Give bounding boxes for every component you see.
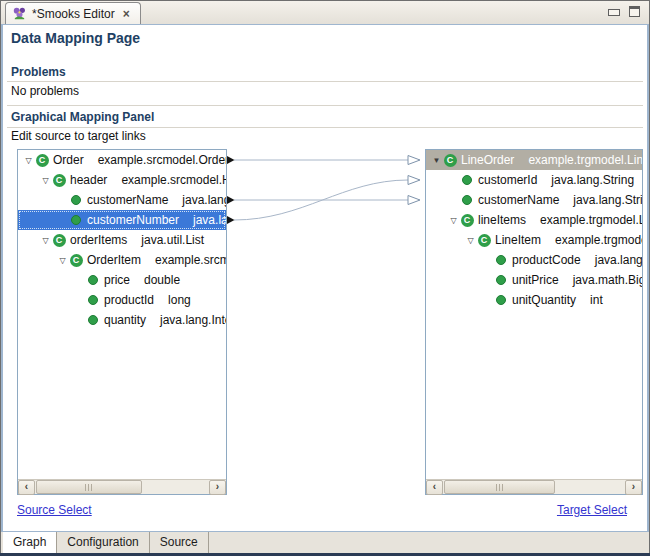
mapping-customerName-to-customerName[interactable] [227, 196, 420, 205]
smooks-editor-window: *Smooks Editor × Data Mapping Page Probl… [0, 0, 650, 554]
node-type: example.trgmodel.LineItem [540, 213, 642, 227]
view-controls [608, 6, 640, 17]
class-icon: C [52, 234, 66, 247]
scrollbar-track[interactable] [443, 480, 625, 494]
node-type: example.trgmodel.LineOrder [528, 153, 642, 167]
expand-arrow-icon[interactable]: ▽ [39, 176, 52, 185]
node-name: customerId [478, 173, 537, 187]
class-icon: C [52, 174, 66, 187]
class-icon: C [443, 154, 457, 167]
expand-arrow-icon[interactable]: ▼ [430, 156, 443, 165]
tab-configuration[interactable]: Configuration [57, 532, 149, 554]
target-tree: ▼CLineOrderexample.trgmodel.LineOrdercus… [426, 150, 642, 479]
scrollbar-thumb[interactable] [444, 480, 555, 494]
node-name: header [70, 173, 107, 187]
field-icon [69, 215, 83, 225]
scrollbar-thumb[interactable] [36, 480, 142, 494]
tree-node-LineItem[interactable]: ▽CLineItemexample.trgmodel.LineItem [426, 230, 642, 250]
field-icon [86, 275, 100, 285]
source-horizontal-scrollbar[interactable]: ‹ › [18, 479, 226, 494]
scroll-right-icon[interactable]: › [625, 480, 642, 495]
field-icon [86, 315, 100, 325]
close-icon[interactable]: × [123, 7, 130, 21]
mapping-customerNumber-to-customerId[interactable] [227, 176, 420, 225]
node-type: java.lang.String [551, 173, 634, 187]
node-type: java.lang.Integer [160, 313, 226, 327]
target-select-link[interactable]: Target Select [557, 503, 627, 517]
mapping-Order-to-LineOrder[interactable] [227, 156, 420, 165]
field-icon [69, 195, 83, 205]
node-name: OrderItem [87, 253, 141, 267]
data-mapping-form: Data Mapping Page Problems No problems G… [1, 24, 649, 531]
tree-node-Order[interactable]: ▽COrderexample.srcmodel.Order [18, 150, 226, 170]
expand-arrow-icon[interactable]: ▽ [22, 156, 35, 165]
expand-arrow-icon[interactable]: ▽ [39, 236, 52, 245]
tree-node-header[interactable]: ▽Cheaderexample.srcmodel.Header [18, 170, 226, 190]
node-name: orderItems [70, 233, 127, 247]
tree-node-customerNumber[interactable]: customerNumberjava.lang.String [18, 210, 226, 230]
tree-node-price[interactable]: pricedouble [18, 270, 226, 290]
expand-arrow-icon[interactable]: ▽ [447, 216, 460, 225]
node-name: productCode [512, 253, 581, 267]
node-name: customerName [87, 193, 168, 207]
tree-node-customerName[interactable]: customerNamejava.lang.String [426, 190, 642, 210]
node-type: java.lang.String [193, 213, 226, 227]
node-type: int [590, 293, 603, 307]
tree-node-lineItems[interactable]: ▽ClineItemsexample.trgmodel.LineItem [426, 210, 642, 230]
node-type: example.trgmodel.LineItem [555, 233, 642, 247]
tree-node-quantity[interactable]: quantityjava.lang.Integer [18, 310, 226, 330]
problems-section-header: Problems [11, 65, 66, 79]
expand-arrow-icon[interactable]: ▽ [464, 236, 477, 245]
minimize-view-icon[interactable] [608, 9, 620, 16]
node-type: example.srcmodel.OrderItem [155, 253, 226, 267]
mapping-line[interactable] [234, 180, 408, 220]
node-name: unitPrice [512, 273, 559, 287]
tree-node-customerId[interactable]: customerIdjava.lang.String [426, 170, 642, 190]
source-tree-panel: ▽COrderexample.srcmodel.Order▽Cheaderexa… [17, 149, 227, 495]
tab-graph[interactable]: Graph [3, 532, 57, 554]
tree-node-customerName[interactable]: customerNamejava.lang.String [18, 190, 226, 210]
tree-node-orderItems[interactable]: ▽CorderItemsjava.util.List [18, 230, 226, 250]
target-arrow-icon [408, 196, 420, 205]
node-name: lineItems [478, 213, 526, 227]
source-arrow-icon [227, 156, 235, 164]
editor-tab-smooks[interactable]: *Smooks Editor × [5, 2, 141, 24]
scroll-right-icon[interactable]: › [209, 480, 226, 495]
field-icon [86, 295, 100, 305]
node-type: java.math.BigDecimal [573, 273, 642, 287]
mapping-subtitle: Edit source to target links [11, 129, 146, 143]
scrollbar-grip-icon [85, 484, 93, 491]
separator [7, 81, 643, 82]
scroll-left-icon[interactable]: ‹ [426, 480, 443, 495]
scrollbar-track[interactable] [35, 480, 209, 494]
graphical-mapping-header: Graphical Mapping Panel [11, 110, 154, 124]
tab-source[interactable]: Source [150, 532, 209, 554]
node-name: LineItem [495, 233, 541, 247]
tree-node-productCode[interactable]: productCodejava.lang.String [426, 250, 642, 270]
node-type: java.util.List [141, 233, 204, 247]
separator [7, 127, 643, 128]
tree-node-OrderItem[interactable]: ▽COrderItemexample.srcmodel.OrderItem [18, 250, 226, 270]
target-arrow-icon [408, 156, 420, 165]
source-select-link[interactable]: Source Select [17, 503, 92, 517]
tree-node-unitQuantity[interactable]: unitQuantityint [426, 290, 642, 310]
field-icon [494, 275, 508, 285]
tree-node-unitPrice[interactable]: unitPricejava.math.BigDecimal [426, 270, 642, 290]
maximize-view-icon[interactable] [629, 6, 640, 17]
tree-node-productId[interactable]: productIdlong [18, 290, 226, 310]
page-title: Data Mapping Page [11, 30, 140, 46]
editor-tab-bar: *Smooks Editor × [1, 1, 649, 24]
scrollbar-grip-icon [496, 484, 504, 491]
node-type: java.lang.String [573, 193, 642, 207]
node-type: example.srcmodel.Header [121, 173, 226, 187]
target-arrow-icon [408, 176, 420, 185]
tree-node-LineOrder[interactable]: ▼CLineOrderexample.trgmodel.LineOrder [426, 150, 642, 170]
scroll-left-icon[interactable]: ‹ [18, 480, 35, 495]
problems-status: No problems [11, 84, 79, 98]
class-icon: C [69, 254, 83, 267]
node-type: example.srcmodel.Order [98, 153, 226, 167]
field-icon [460, 195, 474, 205]
expand-arrow-icon[interactable]: ▽ [56, 256, 69, 265]
node-type: double [144, 273, 180, 287]
target-horizontal-scrollbar[interactable]: ‹ › [426, 479, 642, 494]
